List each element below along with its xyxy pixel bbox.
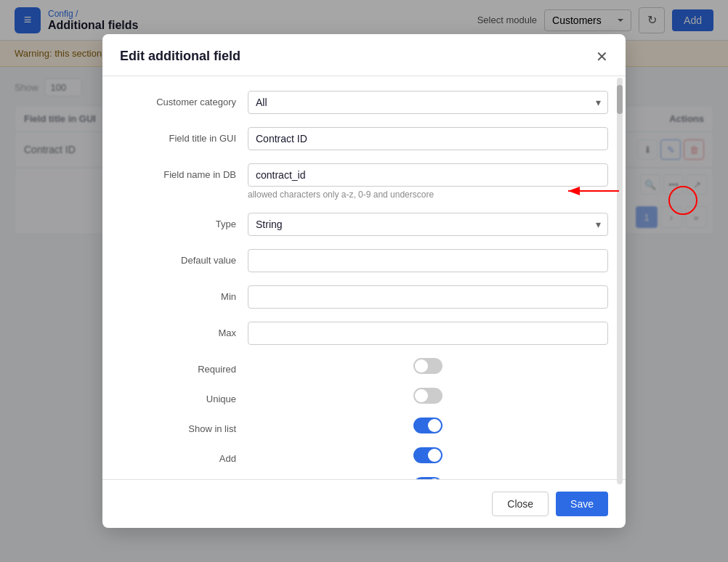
add-toggle[interactable] [413,447,442,463]
add-field-label: Add [120,447,236,464]
add-row: Add [120,447,608,464]
customer-category-row: Customer category All Retail Corporate ▾ [120,91,608,114]
type-select-wrap: String Integer Boolean Date ▾ [248,213,608,236]
modal-title: Edit additional field [120,49,240,64]
required-control [248,358,608,374]
customer-category-control: All Retail Corporate ▾ [248,91,608,114]
min-row: Min [120,285,608,309]
field-name-db-input[interactable] [248,163,608,187]
customer-category-select[interactable]: All Retail Corporate [248,91,608,114]
type-select[interactable]: String Integer Boolean Date [248,213,608,236]
min-label: Min [120,285,236,302]
required-row: Required [120,358,608,375]
field-name-db-control: allowed characters only a-z, 0-9 and und… [248,163,608,200]
modal-body: Customer category All Retail Corporate ▾… [102,76,626,479]
field-name-db-hint: allowed characters only a-z, 0-9 and und… [248,190,608,200]
field-title-gui-row: Field title in GUI [120,127,608,150]
default-value-row: Default value [120,249,608,272]
show-in-list-control [248,418,608,433]
edit-modal: Edit additional field ✕ Customer categor… [102,34,626,528]
customer-category-label: Customer category [120,91,236,107]
modal-save-button[interactable]: Save [556,492,608,516]
unique-control [248,388,608,404]
unique-row: Unique [120,388,608,404]
modal-scrollbar-thumb [617,85,623,114]
unique-toggle[interactable] [413,388,442,404]
default-value-input[interactable] [248,249,608,272]
modal-header: Edit additional field ✕ [102,34,626,76]
default-value-control [248,249,608,272]
field-name-db-label: Field name in DB [120,163,236,180]
modal-close-button[interactable]: ✕ [596,49,608,64]
required-toggle[interactable] [413,358,442,374]
max-control [248,322,608,345]
field-title-gui-control [248,127,608,150]
add-control [248,447,608,463]
show-in-list-label: Show in list [120,418,236,434]
default-value-label: Default value [120,249,236,266]
max-label: Max [120,322,236,338]
modal-footer: Close Save [102,479,626,528]
max-row: Max [120,322,608,345]
field-name-db-row: Field name in DB allowed characters only… [120,163,608,200]
show-in-list-row: Show in list [120,418,608,434]
modal-scrollbar[interactable] [617,78,623,484]
required-label: Required [120,358,236,375]
field-title-gui-input[interactable] [248,127,608,150]
show-in-list-toggle[interactable] [413,418,442,433]
unique-label: Unique [120,388,236,404]
type-label: Type [120,213,236,229]
modal-overlay[interactable]: Edit additional field ✕ Customer categor… [0,0,728,562]
searchable-toggle[interactable] [413,477,442,479]
max-input[interactable] [248,322,608,345]
customer-category-select-wrap: All Retail Corporate ▾ [248,91,608,114]
field-title-gui-label: Field title in GUI [120,127,236,144]
modal-close-footer-button[interactable]: Close [492,492,549,516]
type-control: String Integer Boolean Date ▾ [248,213,608,236]
type-row: Type String Integer Boolean Date ▾ [120,213,608,236]
min-input[interactable] [248,285,608,309]
min-control [248,285,608,309]
